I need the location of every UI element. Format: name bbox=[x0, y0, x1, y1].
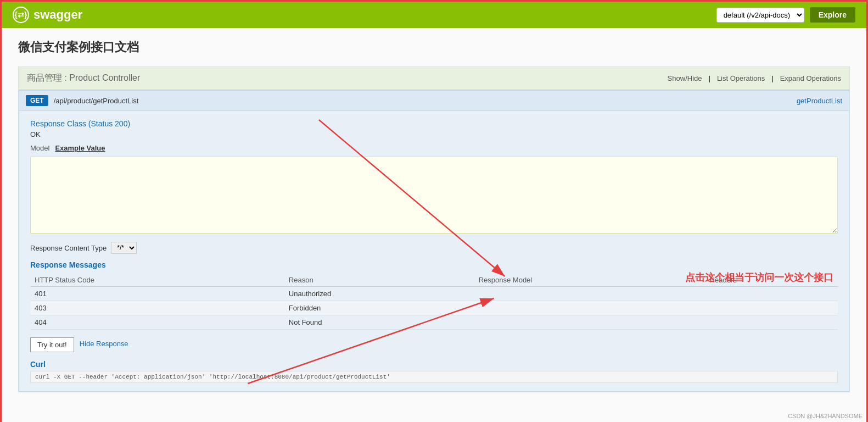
api-docs-select[interactable]: default (/v2/api-docs) bbox=[716, 8, 804, 23]
top-header: {⇄} swagger default (/v2/api-docs) Explo… bbox=[2, 2, 866, 28]
curl-command: curl -X GET --header 'Accept: applicatio… bbox=[30, 371, 838, 383]
table-cell-headers bbox=[705, 315, 838, 330]
table-cell-reason: Forbidden bbox=[284, 301, 474, 315]
action-row: Try it out! Hide Response bbox=[30, 335, 838, 352]
col-headers: Headers bbox=[705, 274, 838, 287]
model-tabs: Model Example Value bbox=[30, 144, 838, 152]
content-type-select[interactable]: */* bbox=[111, 242, 137, 254]
table-cell-model bbox=[474, 287, 705, 301]
table-cell-reason: Unauthorized bbox=[284, 287, 474, 301]
table-cell-reason: Not Found bbox=[284, 315, 474, 330]
controller-header: 商品管理 : Product Controller Show/Hide | Li… bbox=[19, 67, 849, 90]
table-header-row: HTTP Status Code Reason Response Model H… bbox=[30, 274, 838, 287]
controller-section: 商品管理 : Product Controller Show/Hide | Li… bbox=[18, 66, 850, 392]
swagger-logo: {⇄} swagger bbox=[13, 7, 82, 23]
model-tab[interactable]: Model bbox=[30, 144, 49, 152]
col-response-model: Response Model bbox=[474, 274, 705, 287]
controller-subtitle: : Product Controller bbox=[64, 73, 140, 82]
code-block[interactable] bbox=[30, 157, 838, 234]
expand-operations-link[interactable]: Expand Operations bbox=[780, 74, 841, 82]
col-status-code: HTTP Status Code bbox=[30, 274, 284, 287]
show-hide-link[interactable]: Show/Hide bbox=[668, 74, 702, 82]
main-content: 微信支付案例接口文档 商品管理 : Product Controller Sho… bbox=[2, 28, 866, 422]
endpoint-header-left: GET /api/product/getProductList bbox=[26, 95, 138, 106]
page-title: 微信支付案例接口文档 bbox=[18, 39, 850, 55]
table-cell-model bbox=[474, 301, 705, 315]
table-cell-code: 401 bbox=[30, 287, 284, 301]
watermark: CSDN @JH&2HANDSOME bbox=[788, 413, 863, 419]
method-badge: GET bbox=[26, 95, 48, 106]
table-cell-headers bbox=[705, 301, 838, 315]
hide-response-link[interactable]: Hide Response bbox=[80, 340, 128, 348]
table-cell-code: 403 bbox=[30, 301, 284, 315]
content-type-label: Response Content Type bbox=[30, 244, 107, 252]
controller-actions: Show/Hide | List Operations | Expand Ope… bbox=[668, 74, 841, 82]
response-class-title: Response Class (Status 200) bbox=[30, 119, 838, 128]
controller-title: 商品管理 : Product Controller bbox=[27, 73, 140, 84]
table-row: 401Unauthorized bbox=[30, 287, 838, 301]
list-operations-link[interactable]: List Operations bbox=[717, 74, 765, 82]
header-right: default (/v2/api-docs) Explore bbox=[716, 7, 855, 23]
table-cell-code: 404 bbox=[30, 315, 284, 330]
table-row: 404Not Found bbox=[30, 315, 838, 330]
table-cell-model bbox=[474, 315, 705, 330]
logo-icon-text: {⇄} bbox=[15, 10, 27, 19]
endpoint-name-link[interactable]: getProductList bbox=[797, 97, 842, 105]
example-value-tab[interactable]: Example Value bbox=[55, 144, 105, 152]
curl-title: Curl bbox=[30, 360, 838, 369]
endpoint-header[interactable]: GET /api/product/getProductList getProdu… bbox=[19, 91, 849, 111]
endpoint-path: /api/product/getProductList bbox=[54, 97, 139, 105]
try-it-out-button[interactable]: Try it out! bbox=[30, 337, 74, 352]
endpoint-section: GET /api/product/getProductList getProdu… bbox=[19, 90, 849, 392]
table-cell-headers bbox=[705, 287, 838, 301]
table-row: 403Forbidden bbox=[30, 301, 838, 315]
col-reason: Reason bbox=[284, 274, 474, 287]
logo-text: swagger bbox=[33, 8, 82, 22]
swagger-icon: {⇄} bbox=[13, 7, 29, 23]
response-class-text: OK bbox=[30, 130, 838, 138]
response-content-type: Response Content Type */* bbox=[30, 242, 838, 254]
response-table: HTTP Status Code Reason Response Model H… bbox=[30, 274, 838, 330]
endpoint-body: Response Class (Status 200) OK Model Exa… bbox=[19, 111, 849, 391]
controller-name: 商品管理 bbox=[27, 73, 62, 82]
response-messages-title: Response Messages bbox=[30, 260, 838, 269]
explore-button[interactable]: Explore bbox=[810, 7, 855, 23]
